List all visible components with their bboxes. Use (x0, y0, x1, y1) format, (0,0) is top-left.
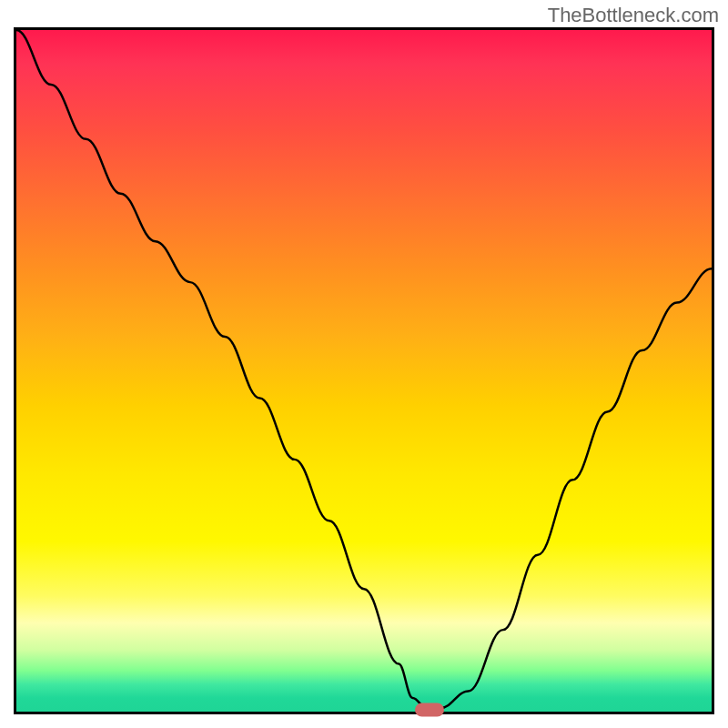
watermark-text: TheBottleneck.com (548, 4, 719, 27)
optimal-point-marker (415, 703, 444, 717)
curve-svg (16, 30, 712, 712)
chart-container (14, 27, 714, 714)
bottleneck-curve (16, 30, 712, 708)
